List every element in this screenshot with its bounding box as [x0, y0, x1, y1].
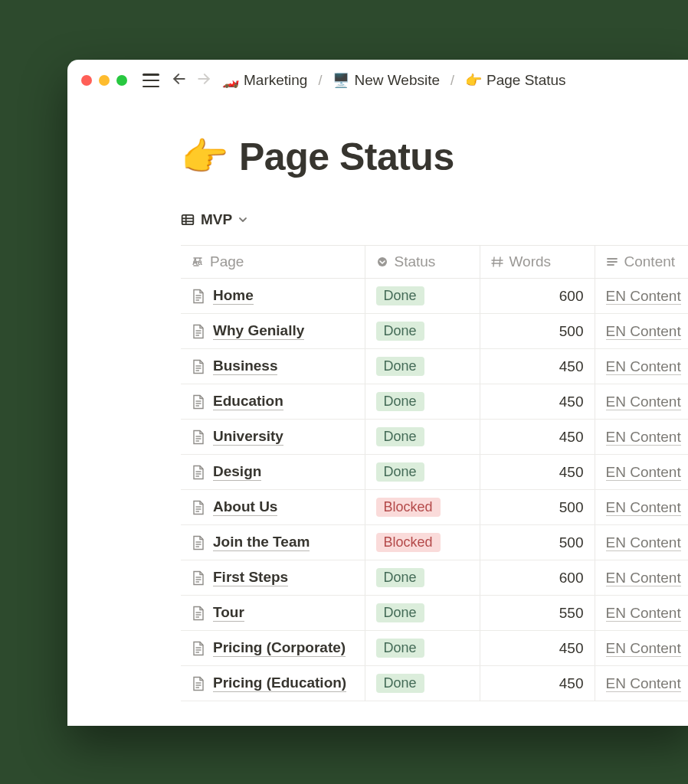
table-row[interactable]: DesignDone450EN Content [181, 455, 688, 490]
status-badge[interactable]: Done [376, 427, 424, 446]
column-header-status[interactable]: Status [365, 246, 480, 279]
content-link[interactable]: EN Content [606, 464, 681, 481]
document-icon [192, 535, 205, 550]
svg-point-7 [378, 257, 387, 266]
status-badge[interactable]: Done [376, 286, 424, 305]
page-content: 👉 Page Status MVP Aa Page [67, 98, 688, 701]
status-badge[interactable]: Done [376, 603, 424, 622]
table-row[interactable]: HomeDone600EN Content [181, 279, 688, 314]
table-row[interactable]: Join the TeamBlocked500EN Content [181, 525, 688, 560]
breadcrumb-separator: / [449, 73, 456, 89]
view-name: MVP [201, 211, 232, 228]
document-icon [192, 465, 205, 480]
content-link[interactable]: EN Content [606, 429, 681, 446]
page-name-cell[interactable]: Why Genially [213, 322, 304, 340]
status-badge[interactable]: Blocked [376, 498, 441, 517]
page-name-cell[interactable]: Home [213, 287, 254, 305]
table-row[interactable]: EducationDone450EN Content [181, 384, 688, 420]
content-link[interactable]: EN Content [606, 323, 681, 340]
words-cell[interactable]: 500 [480, 490, 595, 525]
content-link[interactable]: EN Content [606, 288, 681, 305]
page-name-cell[interactable]: Pricing (Corporate) [213, 639, 346, 657]
page-title-row: 👉 Page Status [181, 135, 688, 179]
database-table: Aa Page Status Words [181, 245, 688, 701]
status-badge[interactable]: Done [376, 639, 424, 658]
table-row[interactable]: BusinessDone450EN Content [181, 349, 688, 384]
page-name-cell[interactable]: About Us [213, 498, 277, 516]
table-row[interactable]: Why GeniallyDone500EN Content [181, 314, 688, 349]
toolbar: 🏎️ Marketing / 🖥️ New Website / 👉 Page S… [67, 60, 688, 98]
status-badge[interactable]: Done [376, 322, 424, 341]
status-badge[interactable]: Done [376, 462, 424, 482]
words-cell[interactable]: 550 [480, 596, 595, 631]
document-icon [192, 606, 205, 621]
words-cell[interactable]: 600 [480, 560, 595, 596]
words-cell[interactable]: 600 [480, 279, 595, 314]
table-row[interactable]: UniversityDone450EN Content [181, 420, 688, 455]
content-link[interactable]: EN Content [606, 675, 681, 692]
column-label: Words [509, 253, 552, 270]
table-row[interactable]: First StepsDone600EN Content [181, 560, 688, 596]
racecar-icon: 🏎️ [222, 72, 239, 89]
content-link[interactable]: EN Content [606, 640, 681, 657]
content-link[interactable]: EN Content [606, 499, 681, 516]
status-badge[interactable]: Blocked [376, 533, 441, 552]
page-title[interactable]: Page Status [239, 135, 454, 179]
back-button[interactable] [170, 71, 188, 90]
column-header-page[interactable]: Aa Page [181, 246, 365, 279]
status-badge[interactable]: Done [376, 357, 424, 376]
table-icon [181, 213, 195, 227]
content-link[interactable]: EN Content [606, 394, 681, 410]
forward-button[interactable] [195, 71, 213, 90]
document-icon [192, 289, 205, 304]
page-name-cell[interactable]: Design [213, 463, 261, 481]
page-name-cell[interactable]: First Steps [213, 569, 288, 586]
status-badge[interactable]: Done [376, 392, 424, 411]
content-link[interactable]: EN Content [606, 534, 681, 551]
page-name-cell[interactable]: Education [213, 393, 283, 410]
number-icon [491, 256, 503, 268]
document-icon [192, 500, 205, 515]
page-name-cell[interactable]: University [213, 428, 283, 446]
words-cell[interactable]: 450 [480, 384, 595, 420]
page-name-cell[interactable]: Business [213, 358, 277, 375]
close-window-button[interactable] [81, 75, 92, 86]
maximize-window-button[interactable] [116, 75, 127, 86]
document-icon [192, 324, 205, 339]
page-emoji[interactable]: 👉 [181, 135, 228, 179]
chevron-down-icon [238, 215, 247, 224]
minimize-window-button[interactable] [99, 75, 110, 86]
content-link[interactable]: EN Content [606, 358, 681, 375]
column-header-words[interactable]: Words [480, 246, 595, 279]
breadcrumb-item-new-website[interactable]: 🖥️ New Website [329, 70, 443, 90]
text-lines-icon [606, 256, 618, 268]
table-row[interactable]: Pricing (Education)Done450EN Content [181, 666, 688, 701]
words-cell[interactable]: 500 [480, 314, 595, 349]
table-row[interactable]: TourDone550EN Content [181, 596, 688, 631]
menu-icon[interactable] [143, 74, 159, 87]
content-link[interactable]: EN Content [606, 570, 681, 586]
words-cell[interactable]: 500 [480, 525, 595, 560]
column-label: Status [395, 253, 436, 270]
words-cell[interactable]: 450 [480, 631, 595, 666]
document-icon [192, 359, 205, 374]
document-icon [192, 394, 205, 410]
status-badge[interactable]: Done [376, 674, 424, 693]
page-name-cell[interactable]: Tour [213, 604, 244, 622]
breadcrumb-item-marketing[interactable]: 🏎️ Marketing [219, 70, 310, 90]
words-cell[interactable]: 450 [480, 455, 595, 490]
words-cell[interactable]: 450 [480, 420, 595, 455]
view-selector[interactable]: MVP [181, 211, 688, 228]
status-badge[interactable]: Done [376, 568, 424, 587]
table-row[interactable]: Pricing (Corporate)Done450EN Content [181, 631, 688, 666]
content-link[interactable]: EN Content [606, 605, 681, 622]
words-cell[interactable]: 450 [480, 666, 595, 701]
words-cell[interactable]: 450 [480, 349, 595, 384]
page-name-cell[interactable]: Join the Team [213, 534, 310, 551]
page-name-cell[interactable]: Pricing (Education) [213, 675, 346, 692]
document-icon [192, 570, 205, 586]
document-icon [192, 676, 205, 691]
column-header-content[interactable]: Content [595, 246, 688, 279]
table-row[interactable]: About UsBlocked500EN Content [181, 490, 688, 525]
breadcrumb-item-page-status[interactable]: 👉 Page Status [462, 70, 569, 90]
